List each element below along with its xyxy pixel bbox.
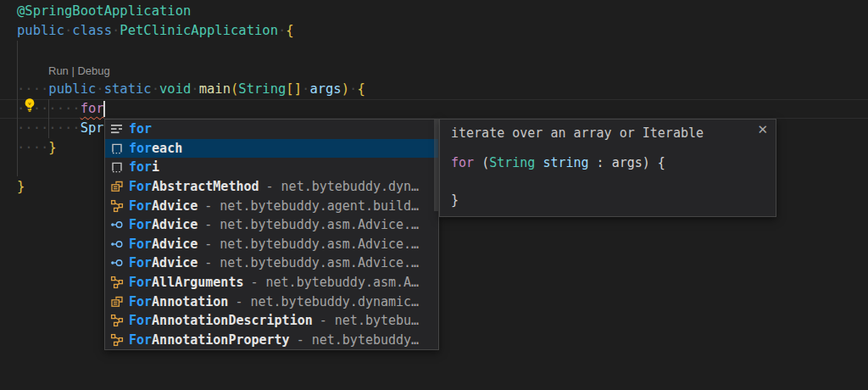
suggestion-row[interactable]: ForAdvice- net.bytebuddy.asm.Advice.… [105,235,438,254]
code-line[interactable]: ····public·static·void·main(String[]·arg… [17,80,365,99]
match-highlight: for [129,159,152,175]
suggestion-label: foreach [129,141,182,156]
suggestion-label: ForAdvice [129,198,198,214]
code-token [474,155,481,170]
suggestion-detail: - net.bytebuddy.asm.Advice.… [204,217,419,232]
code-token: for [81,101,104,116]
code-token: args [612,155,643,170]
match-highlight: For [129,332,152,348]
suggestion-label: ForAnnotationDescription [129,313,313,328]
suggest-docs-panel: iterate over an array or Iterable ✕ for … [439,119,776,217]
code-token [604,155,612,170]
code-token: @SpringBootApplication [17,3,191,19]
suggestion-row[interactable]: ForAnnotationProperty- net.bytebuddy… [105,331,438,350]
interface-icon [110,218,124,231]
close-icon[interactable]: ✕ [757,122,768,137]
match-highlight: For [129,255,152,270]
code-token: · [191,81,198,97]
code-token: · [302,81,309,97]
suggestion-row[interactable]: ForAdvice- net.bytebuddy.asm.Advice.… [105,215,438,235]
code-token: PetClinicApplication [120,23,278,38]
code-token: main [199,81,231,97]
code-token: · [64,23,72,38]
code-token: static [104,81,152,97]
code-token: { [658,155,665,170]
suggestion-row[interactable]: ForAnnotation- net.bytebuddy.dynamic… [105,292,438,311]
code-token: · [112,23,120,38]
class-icon [110,333,124,347]
suggestion-detail: - net.bytebuddy.dyn… [266,179,420,194]
suggest-scrollbar[interactable] [434,120,438,211]
code-token: string [542,155,588,170]
codelens: Run | Debug [48,61,110,81]
match-highlight: For [129,198,152,214]
code-token: } [17,179,25,194]
code-token: class [72,23,112,38]
suggestion-row[interactable]: for [105,120,438,139]
code-token: · [152,81,159,97]
suggestion-detail: - net.bytebuddy.asm.Advice.… [204,237,419,252]
code-token [589,155,597,170]
code-token: public [48,81,96,97]
suggestion-detail: - net.bytebuddy.asm.Advice.… [204,255,419,270]
docs-description: iterate over an array or Iterable [451,125,704,141]
code-line[interactable]: ········Spr [17,119,104,138]
code-token: { [357,81,364,97]
code-line[interactable]: } [17,177,25,197]
code-token: ········ [17,120,81,136]
suggestion-detail: - net.bytebuddy.dynamic… [235,294,419,309]
code-token: ········ [17,101,81,116]
suggestion-label: ForAnnotation [129,294,228,309]
code-line[interactable]: ········for [17,99,104,119]
match-highlight: For [129,237,152,252]
suggestion-label: fori [129,159,159,175]
suggestion-label: for [129,121,152,136]
suggestion-row[interactable]: ForAllArguments- net.bytebuddy.asm.A… [105,273,438,292]
docs-code-line: } [451,191,665,209]
class-icon [110,314,124,327]
code-token: String [238,81,286,97]
code-token: for [451,155,474,170]
interface-icon [110,237,124,251]
current-line-highlight [0,99,868,119]
code-line[interactable]: ····} [17,138,57,158]
suggestion-detail: - net.bytebuddy.asm.A… [250,275,419,290]
match-highlight: For [129,179,152,194]
match-highlight: For [129,313,152,328]
code-token: } [48,140,56,155]
suggestion-row[interactable]: ForAdvice- net.bytebuddy.asm.Advice.… [105,254,438,273]
code-line[interactable]: @SpringBootApplication [17,2,191,21]
code-token: args [309,81,341,97]
suggestion-label: ForAdvice [129,255,198,270]
code-token: ( [481,155,489,170]
suggestion-row[interactable]: foreach [105,139,438,159]
suggestion-label: ForAdvice [129,237,198,252]
code-token: ( [231,81,238,97]
code-token: · [96,81,103,97]
interface-icon [110,256,124,270]
text-cursor [103,101,105,117]
docs-code-snippet: for (String string : args) { } [451,153,665,209]
intellisense-suggest-widget: forforeachforiForAbstractMethod- net.byt… [104,119,439,350]
code-token: { [286,23,293,38]
code-token: ···· [17,81,48,97]
code-token [650,155,658,170]
enum-icon [110,295,124,309]
suggestion-detail: - net.bytebuddy… [297,332,420,348]
code-line[interactable]: public·class·PetClinicApplication·{ [17,21,294,41]
suggestion-label: ForAllArguments [129,275,243,290]
suggestion-row[interactable]: ForAdvice- net.bytebuddy.agent.build… [105,196,438,215]
match-highlight: for [129,121,152,136]
code-token: void [159,81,191,97]
codelens-debug-link[interactable]: Debug [77,64,109,77]
suggestion-row[interactable]: ForAbstractMethod- net.bytebuddy.dyn… [105,177,438,197]
code-token: Spr [81,120,104,136]
suggestion-detail: - net.bytebu… [320,313,419,328]
docs-code-line: for (String string : args) { [451,153,665,172]
codelens-run-link[interactable]: Run [48,64,69,77]
code-token: · [349,81,357,97]
suggestion-row[interactable]: ForAnnotationDescription- net.bytebu… [105,311,438,331]
code-editor: @SpringBootApplicationpublic·class·PetCl… [0,0,868,390]
snippet-icon [110,142,124,155]
suggestion-row[interactable]: fori [105,158,438,177]
